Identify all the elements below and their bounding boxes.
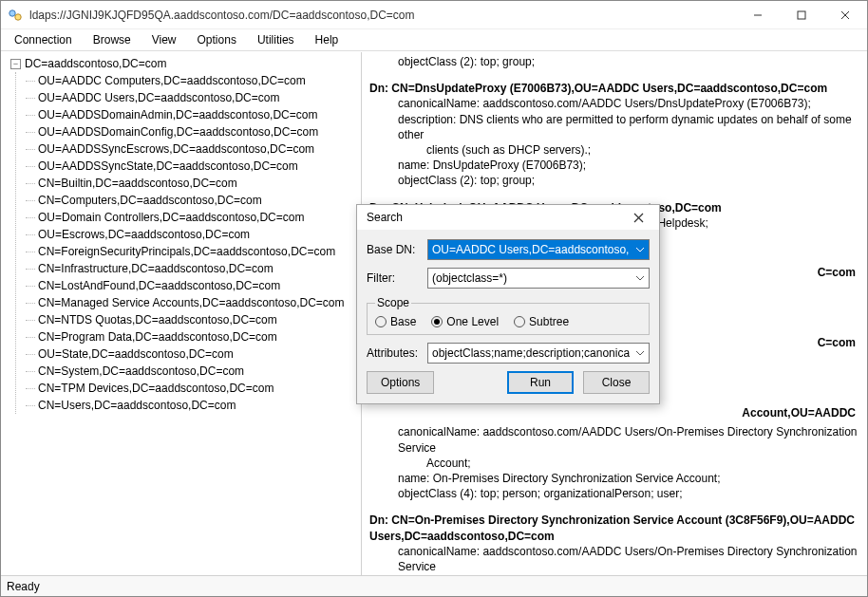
tree-item[interactable]: OU=AADDSDomainAdmin,DC=aaddscontoso,DC=c…	[33, 106, 361, 123]
tree-item-label: CN=ForeignSecurityPrincipals,DC=aaddscon…	[38, 245, 335, 258]
tree-item[interactable]: CN=ForeignSecurityPrincipals,DC=aaddscon…	[33, 243, 361, 260]
result-line: canonicalName: aaddscontoso.com/AADDC Us…	[398, 544, 859, 574]
result-line: objectClass (2): top; group;	[398, 54, 859, 69]
tree-item-label: CN=Program Data,DC=aaddscontoso,DC=com	[38, 330, 277, 344]
tree-item[interactable]: CN=TPM Devices,DC=aaddscontoso,DC=com	[33, 380, 361, 397]
chevron-down-icon[interactable]	[632, 240, 649, 259]
tree-item-label: CN=Computers,DC=aaddscontoso,DC=com	[38, 194, 262, 207]
tree-item[interactable]: CN=Computers,DC=aaddscontoso,DC=com	[33, 192, 361, 209]
tree-item[interactable]: OU=AADDSSyncState,DC=aaddscontoso,DC=com	[33, 158, 361, 175]
tree-item-label: CN=LostAndFound,DC=aaddscontoso,DC=com	[38, 279, 280, 292]
maximize-button[interactable]	[780, 1, 823, 29]
tree-item-label: OU=AADDC Computers,DC=aaddscontoso,DC=co…	[38, 74, 306, 87]
run-button[interactable]: Run	[507, 371, 574, 394]
tree-root-label: DC=aaddscontoso,DC=com	[25, 57, 166, 70]
tree-item[interactable]: CN=Infrastructure,DC=aaddscontoso,DC=com	[33, 260, 361, 277]
scope-group: Scope Base One Level Subtree	[367, 296, 650, 335]
scope-base-radio[interactable]: Base	[375, 315, 416, 328]
attributes-combo[interactable]	[427, 343, 650, 364]
attributes-label: Attributes:	[367, 346, 424, 360]
close-button[interactable]: Close	[583, 371, 650, 394]
svg-point-1	[15, 13, 21, 19]
tree-item-label: CN=NTDS Quotas,DC=aaddscontoso,DC=com	[38, 313, 277, 326]
menu-view[interactable]: View	[142, 31, 186, 48]
filter-label: Filter:	[367, 271, 424, 285]
dialog-title: Search	[367, 211, 621, 224]
tree-item[interactable]: CN=System,DC=aaddscontoso,DC=com	[33, 363, 361, 380]
menubar: Connection Browse View Options Utilities…	[1, 29, 867, 51]
tree-item-label: CN=Infrastructure,DC=aaddscontoso,DC=com	[38, 262, 274, 275]
scope-base-label: Base	[390, 315, 416, 328]
base-dn-label: Base DN:	[367, 243, 424, 256]
statusbar: Ready	[1, 575, 867, 596]
tree-item[interactable]: CN=Managed Service Accounts,DC=aaddscont…	[33, 294, 361, 311]
scope-label: Scope	[375, 296, 411, 309]
status-text: Ready	[7, 580, 40, 593]
result-line: name: On-Premises Directory Synchronizat…	[398, 471, 859, 486]
collapse-icon[interactable]: −	[10, 59, 21, 69]
chevron-down-icon[interactable]	[632, 344, 649, 363]
tree-item-label: CN=TPM Devices,DC=aaddscontoso,DC=com	[38, 382, 274, 395]
result-dn: Dn: CN=On-Premises Directory Synchroniza…	[369, 513, 855, 527]
titlebar: ldaps://JGNIJ9KJQFD95QA.aaddscontoso.com…	[1, 1, 867, 29]
tree-item-label: OU=AADDC Users,DC=aaddscontoso,DC=com	[38, 91, 279, 104]
menu-options[interactable]: Options	[188, 31, 246, 48]
result-line: description: DNS clients who are permitt…	[398, 112, 859, 142]
base-dn-combo[interactable]	[427, 239, 650, 260]
tree-item[interactable]: OU=AADDSDomainConfig,DC=aaddscontoso,DC=…	[33, 123, 361, 140]
tree-item-label: OU=Domain Controllers,DC=aaddscontoso,DC…	[38, 211, 304, 224]
scope-onelevel-label: One Level	[446, 315, 499, 328]
close-window-button[interactable]	[823, 1, 867, 29]
result-line: objectClass (2): top; group;	[398, 173, 859, 188]
menu-connection[interactable]: Connection	[5, 31, 82, 48]
attributes-input[interactable]	[427, 343, 650, 364]
tree-root-node[interactable]: − DC=aaddscontoso,DC=com	[9, 55, 361, 72]
scope-subtree-radio[interactable]: Subtree	[514, 315, 569, 328]
chevron-down-icon[interactable]	[632, 269, 649, 288]
filter-combo[interactable]	[427, 268, 650, 289]
dialog-close-button[interactable]	[621, 206, 655, 229]
tree-item-label: OU=AADDSSyncState,DC=aaddscontoso,DC=com	[38, 159, 298, 173]
search-dialog: Search Base DN: Filter: Scop	[356, 204, 660, 404]
tree-item-label: OU=AADDSDomainConfig,DC=aaddscontoso,DC=…	[38, 125, 318, 139]
app-icon	[7, 7, 24, 24]
scope-subtree-label: Subtree	[529, 315, 569, 328]
tree-item[interactable]: CN=Builtin,DC=aaddscontoso,DC=com	[33, 175, 361, 192]
window-title: ldaps://JGNIJ9KJQFD95QA.aaddscontoso.com…	[29, 9, 736, 22]
tree-item-label: CN=Users,DC=aaddscontoso,DC=com	[38, 399, 236, 412]
svg-rect-3	[798, 11, 805, 19]
base-dn-input[interactable]	[427, 239, 650, 260]
tree-item[interactable]: CN=NTDS Quotas,DC=aaddscontoso,DC=com	[33, 311, 361, 328]
tree-item[interactable]: OU=Escrows,DC=aaddscontoso,DC=com	[33, 226, 361, 243]
tree-item[interactable]: OU=Domain Controllers,DC=aaddscontoso,DC…	[33, 209, 361, 226]
tree-item-label: OU=AADDSDomainAdmin,DC=aaddscontoso,DC=c…	[38, 108, 317, 121]
tree-item[interactable]: OU=AADDC Users,DC=aaddscontoso,DC=com	[33, 89, 361, 106]
result-dn: Dn: CN=DnsUpdateProxy (E7006B73),OU=AADD…	[369, 82, 827, 95]
dialog-titlebar[interactable]: Search	[357, 205, 659, 230]
filter-input[interactable]	[427, 268, 650, 289]
ldp-window: ldaps://JGNIJ9KJQFD95QA.aaddscontoso.com…	[0, 0, 868, 597]
tree-item-label: CN=Managed Service Accounts,DC=aaddscont…	[38, 296, 345, 309]
scope-onelevel-radio[interactable]: One Level	[431, 315, 499, 328]
tree-item-label: CN=Builtin,DC=aaddscontoso,DC=com	[38, 177, 237, 190]
result-line: canonicalName: aaddscontoso.com/AADDC Us…	[398, 424, 859, 455]
result-dn: Users,DC=aaddscontoso,DC=com	[369, 530, 555, 543]
menu-help[interactable]: Help	[306, 31, 349, 48]
options-button[interactable]: Options	[367, 371, 434, 394]
tree-item-label: OU=AADDSSyncEscrows,DC=aaddscontoso,DC=c…	[38, 142, 314, 156]
tree-item[interactable]: CN=Users,DC=aaddscontoso,DC=com	[33, 397, 361, 414]
tree-item[interactable]: CN=Program Data,DC=aaddscontoso,DC=com	[33, 328, 361, 345]
tree-item[interactable]: OU=State,DC=aaddscontoso,DC=com	[33, 345, 361, 363]
menu-browse[interactable]: Browse	[84, 31, 141, 48]
svg-point-0	[9, 9, 15, 15]
tree-item[interactable]: OU=AADDSSyncEscrows,DC=aaddscontoso,DC=c…	[33, 140, 361, 158]
result-line: clients (such as DHCP servers).;	[426, 142, 859, 158]
tree-item[interactable]: OU=AADDC Computers,DC=aaddscontoso,DC=co…	[33, 72, 361, 89]
result-line: objectClass (4): top; person; organizati…	[398, 486, 859, 501]
minimize-button[interactable]	[736, 1, 780, 29]
result-line: Account,OU=AADDC	[742, 406, 856, 420]
result-line: name: DnsUpdateProxy (E7006B73);	[398, 158, 859, 173]
tree-pane[interactable]: − DC=aaddscontoso,DC=com OU=AADDC Comput…	[1, 52, 362, 575]
menu-utilities[interactable]: Utilities	[248, 31, 304, 48]
tree-item[interactable]: CN=LostAndFound,DC=aaddscontoso,DC=com	[33, 277, 361, 294]
